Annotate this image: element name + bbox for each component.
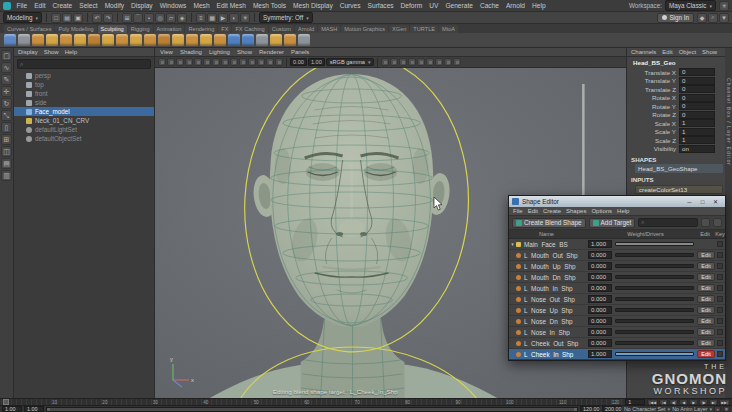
render-view-icon[interactable]: ▦	[207, 13, 217, 23]
play-backwards-button[interactable]: ◀	[679, 399, 688, 405]
four-pane-layout-icon[interactable]: ⊞	[1, 134, 12, 145]
manipulator-handle[interactable]	[582, 84, 584, 206]
attribute-value-field[interactable]: 0	[679, 77, 715, 85]
wax-tool-icon[interactable]	[144, 34, 156, 46]
foamy-tool-icon[interactable]	[88, 34, 100, 46]
field-chart-icon[interactable]	[257, 58, 265, 66]
shelf-tab[interactable]: XGen	[389, 25, 409, 33]
menubar-item[interactable]: Edit	[31, 2, 49, 9]
menu-set-select[interactable]: Modeling▾	[3, 12, 42, 23]
rotate-tool-icon[interactable]: ↻	[1, 98, 12, 109]
animation-start-field[interactable]: 1.00	[2, 406, 22, 412]
film-gate-icon[interactable]	[230, 58, 238, 66]
edit-target-button[interactable]: Edit	[697, 328, 715, 336]
step-forward-frame-button[interactable]: |▶	[699, 399, 708, 405]
smooth-tool-icon[interactable]	[18, 34, 30, 46]
create-blend-shape-button[interactable]: Create Blend Shape	[512, 218, 586, 228]
animation-end-field[interactable]: 200.00	[602, 406, 622, 412]
menubar-item[interactable]: Edit Mesh	[213, 2, 249, 9]
search-icon[interactable]: ⌕	[708, 13, 718, 23]
ambient-occlusion-icon[interactable]	[399, 58, 407, 66]
menubar-item[interactable]: Deform	[397, 2, 426, 9]
shelf-tab[interactable]: Curves / Surfaces	[4, 25, 54, 33]
flatten-tool-icon[interactable]	[74, 34, 86, 46]
menubar-item[interactable]: UV	[426, 2, 442, 9]
convert-to-frozen-tool-icon[interactable]	[270, 34, 282, 46]
blend-shape-target-row[interactable]: L_Mouth_Out_Shp 0.000 Edit	[509, 250, 725, 261]
animation-preferences-button[interactable]: ≡	[723, 406, 730, 412]
grease-pencil-icon[interactable]	[212, 58, 220, 66]
default-lighting-icon[interactable]	[381, 58, 389, 66]
close-icon[interactable]: ✕	[709, 197, 722, 206]
weight-slider[interactable]	[615, 297, 694, 301]
edit-target-button[interactable]: Edit	[697, 306, 715, 314]
freeze-tool-icon[interactable]	[242, 34, 254, 46]
play-forwards-button[interactable]: ▶	[689, 399, 698, 405]
edit-target-button[interactable]: Edit	[697, 350, 715, 358]
attribute-value-field[interactable]: 0	[679, 68, 715, 76]
attribute-value-field[interactable]: 0	[679, 85, 715, 93]
multisample-icon[interactable]	[417, 58, 425, 66]
menubar-item[interactable]: Surfaces	[364, 2, 397, 9]
channelbox-menu-item[interactable]: Show	[702, 49, 717, 55]
sort-icon[interactable]	[713, 218, 722, 227]
edit-target-button[interactable]: Edit	[697, 284, 715, 292]
shelf-tab[interactable]: FX Caching	[232, 25, 267, 33]
shape-node-item[interactable]: Head_BS_GeoShape	[635, 164, 723, 173]
image-plane-icon[interactable]	[194, 58, 202, 66]
shape-editor-menu-item[interactable]: File	[513, 208, 523, 214]
key-button[interactable]	[717, 296, 723, 302]
weight-slider[interactable]	[615, 308, 694, 312]
weight-slider[interactable]	[615, 330, 694, 334]
viewport-menu-item[interactable]: Panels	[291, 49, 309, 55]
key-button[interactable]	[717, 241, 723, 247]
attribute-value-field[interactable]: on	[679, 145, 715, 153]
blend-shape-target-row[interactable]: L_Mouth_Up_Shp 0.000 Edit	[509, 261, 725, 272]
grab-tool-icon[interactable]	[46, 34, 58, 46]
safe-action-icon[interactable]	[266, 58, 274, 66]
grid-icon[interactable]	[221, 58, 229, 66]
shape-editor-titlebar[interactable]: Shape Editor ─ □ ✕	[509, 196, 725, 207]
menubar-item[interactable]: Help	[529, 2, 550, 9]
unfreeze-tool-icon[interactable]	[256, 34, 268, 46]
shelf-tab[interactable]: Custom	[269, 25, 294, 33]
ipr-render-icon[interactable]: ◐	[229, 13, 239, 23]
blend-shape-target-row[interactable]: L_Nose_In_Shp 0.000 Edit	[509, 327, 725, 338]
weight-slider[interactable]	[615, 264, 694, 268]
key-button[interactable]	[717, 285, 723, 291]
current-frame-field[interactable]: 1	[625, 399, 645, 405]
playback-start-field[interactable]: 1.00	[24, 406, 44, 412]
shelf-tab[interactable]: Sculpting	[98, 25, 127, 33]
weight-slider[interactable]	[615, 286, 694, 290]
single-pane-layout-icon[interactable]: ▯	[1, 122, 12, 133]
make-live-icon[interactable]: ◈	[177, 13, 187, 23]
time-slider[interactable]: 1102030405060708090100110120 1 |◀◀|◀◀|◀▶…	[0, 398, 732, 405]
edit-target-button[interactable]: Edit	[697, 273, 715, 281]
outliner-menu-item[interactable]: Show	[44, 49, 59, 55]
shelf-tab[interactable]: MASH	[318, 25, 340, 33]
select-camera-icon[interactable]	[158, 58, 166, 66]
go-to-end-button[interactable]: ▶▶|	[719, 399, 730, 405]
time-slider-track[interactable]: 1102030405060708090100110120	[1, 399, 622, 405]
weight-value-field[interactable]: 0.000	[588, 306, 612, 314]
step-back-frame-button[interactable]: ◀|	[669, 399, 678, 405]
symmetry-select[interactable]: Symmetry: Off▾	[259, 12, 313, 23]
pin-icon[interactable]: ▼	[719, 13, 729, 23]
current-time-marker[interactable]	[3, 399, 9, 405]
weight-value-field[interactable]: 1.000	[588, 350, 612, 358]
menubar-item[interactable]: Modify	[101, 2, 127, 9]
menubar-item[interactable]: Windows	[156, 2, 190, 9]
menubar-item[interactable]: Arnold	[502, 2, 528, 9]
weight-slider[interactable]	[615, 253, 694, 257]
save-scene-icon[interactable]: ▣	[73, 13, 83, 23]
smear-tool-icon[interactable]	[200, 34, 212, 46]
playback-end-field[interactable]: 120.00	[580, 406, 600, 412]
key-button[interactable]	[717, 307, 723, 313]
channelbox-menu-item[interactable]: Edit	[662, 49, 672, 55]
menubar-item[interactable]: Display	[128, 2, 157, 9]
snap-to-curve-icon[interactable]: ⌒	[133, 13, 143, 23]
shape-editor-menu-item[interactable]: Shapes	[566, 208, 586, 214]
weight-slider[interactable]	[615, 319, 694, 323]
shape-editor-menu-item[interactable]: Help	[617, 208, 629, 214]
outliner-search-input[interactable]: ⌕	[17, 59, 151, 69]
